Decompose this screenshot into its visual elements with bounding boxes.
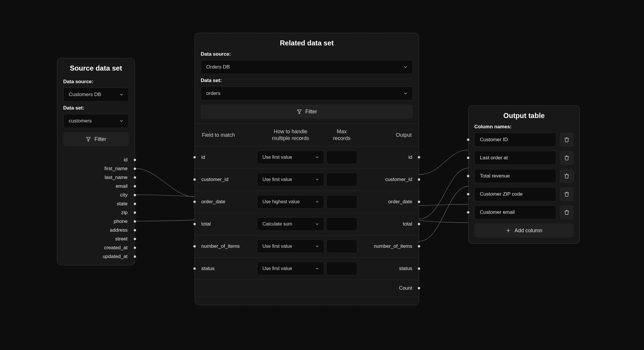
output-port[interactable] (134, 229, 136, 231)
output-column-row: Total revenue (474, 169, 574, 183)
source-field-id[interactable]: id (57, 156, 135, 164)
max-records-input[interactable] (326, 262, 357, 275)
output-port[interactable] (134, 255, 136, 258)
source-field-email[interactable]: email (57, 182, 135, 191)
source-filter-button[interactable]: Filter (63, 132, 129, 146)
filter-icon (297, 109, 302, 114)
input-port[interactable] (193, 178, 196, 181)
output-port[interactable] (134, 203, 136, 205)
chevron-down-icon (403, 65, 408, 69)
output-field-label: customer_id (359, 177, 412, 182)
output-port[interactable] (134, 159, 136, 161)
source-field-phone[interactable]: phone (57, 217, 135, 226)
related-data-source-select[interactable]: Orders DB (201, 60, 413, 74)
output-port[interactable] (418, 178, 420, 181)
source-field-street[interactable]: street (57, 235, 135, 243)
field-label: city (120, 192, 128, 198)
output-port[interactable] (134, 185, 136, 187)
handle-select[interactable]: Use highest value (257, 195, 324, 209)
input-port[interactable] (193, 267, 196, 270)
input-port[interactable] (467, 211, 469, 214)
source-title: Source data set (57, 58, 135, 75)
source-field-state[interactable]: state (57, 199, 135, 208)
source-field-last_name[interactable]: last_name (57, 173, 135, 182)
input-port[interactable] (467, 157, 469, 159)
column-name-input[interactable]: Total revenue (474, 169, 556, 183)
input-port[interactable] (467, 139, 469, 141)
source-field-updated_at[interactable]: updated_at (57, 252, 135, 261)
output-port[interactable] (418, 201, 420, 203)
column-name-value: Customer ID (480, 137, 508, 143)
input-port[interactable] (467, 193, 469, 195)
field-label: created_at (104, 245, 128, 251)
delete-column-button[interactable] (560, 151, 574, 165)
handle-select[interactable]: Use first value (257, 262, 324, 275)
handle-select[interactable]: Use first value (257, 240, 324, 253)
output-table-node[interactable]: Output table Column names: Customer IDLa… (468, 105, 580, 244)
output-port[interactable] (418, 223, 420, 225)
related-data-set-node[interactable]: Related data set Data source: Orders DB … (195, 33, 419, 305)
delete-column-button[interactable] (560, 169, 574, 183)
column-name-value: Total revenue (480, 173, 510, 179)
column-name-value: Customer email (480, 209, 515, 215)
output-port[interactable] (134, 220, 136, 223)
output-port[interactable] (418, 245, 420, 247)
column-name-input[interactable]: Customer ZIP code (474, 187, 556, 201)
field-to-match-label: status (201, 266, 257, 272)
input-port[interactable] (193, 223, 196, 225)
source-data-source-select[interactable]: Customers DB (63, 88, 129, 102)
chevron-down-icon (403, 91, 408, 96)
column-name-value: Customer ZIP code (480, 191, 523, 197)
input-port[interactable] (193, 156, 196, 158)
column-name-input[interactable]: Last order at (474, 151, 556, 165)
source-data-set-value: customers (69, 118, 92, 124)
input-port[interactable] (193, 201, 196, 203)
related-data-set-select[interactable]: orders (201, 86, 413, 100)
field-label: id (124, 157, 128, 163)
delete-column-button[interactable] (560, 205, 574, 219)
output-port[interactable] (134, 238, 136, 240)
column-name-value: Last order at (480, 155, 508, 161)
field-label: phone (114, 218, 128, 224)
source-field-first_name[interactable]: first_name (57, 164, 135, 173)
input-port[interactable] (193, 245, 196, 247)
source-data-set-select[interactable]: customers (63, 114, 129, 128)
related-data-source-label: Data source: (201, 51, 413, 57)
source-field-created_at[interactable]: created_at (57, 243, 135, 252)
field-to-match-label: order_date (201, 199, 257, 205)
related-title: Related data set (195, 33, 419, 50)
max-records-input[interactable] (326, 173, 357, 186)
delete-column-button[interactable] (560, 133, 574, 147)
input-port[interactable] (467, 175, 469, 177)
output-port[interactable] (134, 168, 136, 170)
max-records-input[interactable] (326, 217, 357, 231)
max-records-input[interactable] (326, 240, 357, 253)
field-label: zip (121, 210, 128, 216)
field-label: updated_at (103, 254, 128, 259)
output-port[interactable] (418, 156, 420, 158)
column-name-input[interactable]: Customer email (474, 205, 556, 219)
delete-column-button[interactable] (560, 187, 574, 201)
output-port[interactable] (134, 247, 136, 249)
output-port[interactable] (418, 287, 420, 289)
related-data-set-label: Data set: (201, 78, 413, 83)
source-field-address[interactable]: address (57, 226, 135, 235)
source-field-zip[interactable]: zip (57, 208, 135, 217)
output-port[interactable] (134, 176, 136, 179)
column-name-input[interactable]: Customer ID (474, 133, 556, 147)
output-port[interactable] (134, 211, 136, 214)
output-field-label: total (359, 221, 412, 227)
output-port[interactable] (418, 267, 420, 270)
trash-icon (564, 173, 569, 179)
svg-marker-1 (297, 110, 301, 114)
related-filter-button[interactable]: Filter (201, 105, 413, 119)
source-field-city[interactable]: city (57, 191, 135, 199)
handle-select[interactable]: Use first value (257, 151, 324, 164)
max-records-input[interactable] (326, 195, 357, 209)
handle-select[interactable]: Use first value (257, 173, 324, 186)
output-port[interactable] (134, 194, 136, 196)
source-data-set-node[interactable]: Source data set Data source: Customers D… (57, 58, 135, 265)
add-column-button[interactable]: Add column (474, 223, 574, 238)
handle-select[interactable]: Calculate sum (257, 217, 324, 231)
max-records-input[interactable] (326, 151, 357, 164)
